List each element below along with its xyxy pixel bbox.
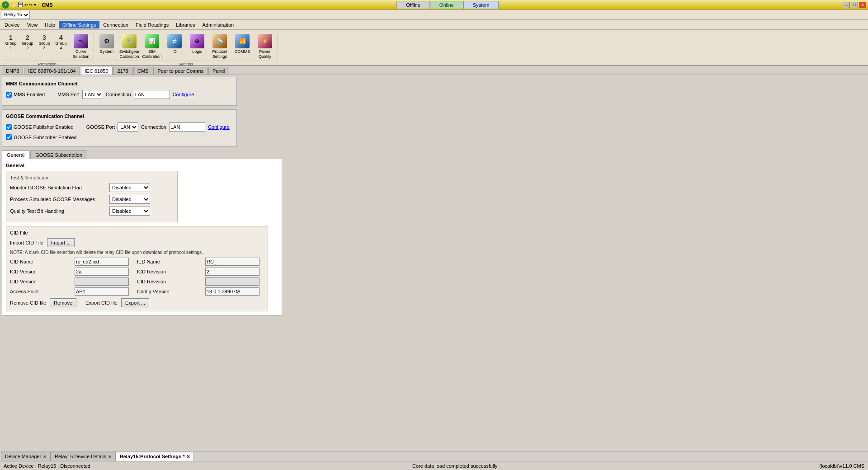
bottom-tab-protocol-settings-label: Relay15:Protocol Settings * (120, 454, 185, 459)
ribbon-settings: ⚙ System 🔧 Switchgear Calibration 📊 SIM … (94, 31, 278, 64)
io-icon: ⇄ (167, 34, 182, 48)
power-quality-button[interactable]: ⚡ Power Quality (254, 33, 276, 61)
tab-dnp3[interactable]: DNP3 (2, 67, 23, 75)
group2-number: 2 (26, 34, 29, 41)
mms-port-label: MMS Port (57, 92, 80, 97)
power-quality-label: Power Quality (255, 49, 274, 59)
tab-goose-subscription[interactable]: GOOSE Subscription (30, 150, 87, 159)
goose-publisher-checkbox[interactable] (6, 124, 12, 130)
curve-selection-button[interactable]: 〜 Curve Selection (70, 33, 92, 61)
group3-button[interactable]: 3 Group 3 (36, 33, 52, 52)
bottom-tab-protocol-settings-close[interactable]: ✕ (186, 454, 190, 459)
remove-cid-button[interactable]: Remove (50, 298, 76, 307)
menu-administration[interactable]: Administration (199, 21, 238, 28)
export-cid-button[interactable]: Export ... (121, 298, 149, 307)
menu-field-readings[interactable]: Field Readings (132, 21, 172, 28)
title-bar-left: ✓ 📁 💾 ↩ ↪ ▾ CMS (2, 1, 53, 9)
tab-offline[interactable]: Offline (396, 1, 430, 9)
app-title: CMS (42, 2, 52, 8)
group2-label: Group 2 (21, 41, 34, 50)
monitor-goose-select[interactable]: Disabled Enabled (109, 183, 150, 192)
goose-channel-box: GOOSE Communication Channel GOOSE Publis… (2, 109, 237, 147)
comms-label: COMMS (235, 49, 250, 54)
mms-connection-input[interactable] (134, 90, 170, 99)
tab-panel[interactable]: Panel (208, 67, 229, 75)
switchgear-calibration-button[interactable]: 🔧 Switchgear Calibration (118, 33, 140, 61)
cid-file-section: CID File Import CID File Import ... NOTE… (6, 226, 268, 311)
goose-connection-input[interactable] (169, 122, 205, 132)
logic-icon: ⊕ (190, 34, 204, 48)
menu-help[interactable]: Help (41, 21, 59, 28)
close-button[interactable]: ✕ (859, 2, 866, 8)
menu-view[interactable]: View (24, 21, 42, 28)
status-bar: Active Device : Relay15 : Disconnected C… (0, 461, 868, 470)
bottom-tab-device-manager[interactable]: Device Manager ✕ (1, 452, 51, 461)
process-simulated-row: Process Simulated GOOSE Messages Disable… (10, 195, 174, 204)
tab-2179[interactable]: 2179 (113, 67, 132, 75)
tab-peer-comms[interactable]: Peer to peer Comms (153, 67, 207, 75)
menu-device[interactable]: Device (1, 21, 24, 28)
goose-configure-link[interactable]: Configure (208, 124, 230, 130)
sim-calibration-button[interactable]: 📊 SIM Calibration (141, 33, 163, 61)
config-version-input[interactable] (205, 287, 259, 296)
ied-name-input[interactable] (205, 258, 259, 266)
system-button[interactable]: ⚙ System (96, 33, 118, 59)
bottom-tab-device-details-close[interactable]: ✕ (108, 454, 112, 459)
tab-cms[interactable]: CMS (133, 67, 152, 75)
status-right: (localdb)\v11.0 CMS (819, 463, 864, 469)
comms-icon: 📶 (235, 34, 250, 48)
bottom-tab-protocol-settings[interactable]: Relay15:Protocol Settings * ✕ (116, 452, 194, 461)
group1-number: 1 (9, 34, 13, 41)
export-cid-label: Export CID file (85, 300, 118, 306)
test-simulation-title: Test & Simulation (10, 175, 174, 180)
test-simulation-box: Test & Simulation Monitor GOOSE Simulati… (6, 171, 178, 222)
quality-test-select[interactable]: Disabled Enabled (109, 207, 150, 216)
tab-general[interactable]: General (2, 150, 29, 159)
switchgear-icon: 🔧 (122, 34, 137, 48)
cid-version-input[interactable] (75, 277, 129, 286)
tab-iec60870[interactable]: IEC 60870-5-101/104 (24, 67, 80, 75)
cid-note: NOTE: A blank CID file selection will de… (10, 250, 264, 255)
tab-iec61850[interactable]: IEC 61850 (81, 67, 113, 75)
title-bar: ✓ 📁 💾 ↩ ↪ ▾ CMS Offline Online System — … (0, 0, 868, 10)
group1-button[interactable]: 1 Group 1 (3, 33, 19, 52)
mms-port-select[interactable]: LAN (82, 90, 103, 99)
quality-test-label: Quality Test Bit Handling (10, 208, 109, 214)
goose-subscriber-row: GOOSE Subscriber Enabled (6, 134, 233, 140)
menu-libraries[interactable]: Libraries (172, 21, 198, 28)
mms-enabled-checkbox[interactable] (6, 92, 12, 98)
monitor-goose-row: Monitor GOOSE Simulation Flag Disabled E… (10, 183, 174, 192)
bottom-tab-device-details[interactable]: Relay15:Device Details ✕ (51, 452, 116, 461)
tab-online[interactable]: Online (430, 1, 463, 9)
goose-port-select[interactable]: LAN (118, 122, 138, 132)
comms-button[interactable]: 📶 COMMS (231, 33, 253, 59)
logic-button[interactable]: ⊕ Logic (186, 33, 208, 59)
access-point-input[interactable] (75, 287, 129, 296)
sim-icon: 📊 (145, 34, 159, 48)
minimize-button[interactable]: — (843, 2, 850, 8)
device-select[interactable]: Relay 15 (2, 11, 30, 19)
curve-selection-label: Curve Selection (71, 49, 90, 59)
ribbon-settings-content: ⚙ System 🔧 Switchgear Calibration 📊 SIM … (96, 31, 276, 61)
cid-name-input[interactable] (75, 258, 129, 266)
menu-connection[interactable]: Connection (99, 21, 132, 28)
group4-label: Group 4 (54, 41, 68, 50)
protocol-icon: 📡 (212, 34, 227, 48)
goose-subscriber-checkbox-group: GOOSE Subscriber Enabled (6, 134, 76, 140)
protocol-settings-button[interactable]: 📡 Protocol Settings (209, 33, 231, 61)
config-version-label: Config Version (137, 289, 202, 294)
menu-offline-settings[interactable]: Offline Settings (59, 21, 99, 28)
mms-configure-link[interactable]: Configure (173, 92, 194, 97)
maximize-button[interactable]: □ (851, 2, 858, 8)
icd-revision-input[interactable] (205, 268, 259, 276)
icd-version-input[interactable] (75, 268, 129, 276)
process-simulated-select[interactable]: Disabled Enabled (109, 195, 150, 204)
io-button[interactable]: ⇄ IO (164, 33, 185, 59)
bottom-tab-device-manager-close[interactable]: ✕ (43, 454, 47, 459)
import-cid-button[interactable]: Import ... (47, 238, 75, 247)
tab-system[interactable]: System (463, 1, 499, 9)
group4-button[interactable]: 4 Group 4 (53, 33, 69, 52)
goose-subscriber-checkbox[interactable] (6, 134, 12, 140)
group2-button[interactable]: 2 Group 2 (19, 33, 36, 52)
cid-revision-input[interactable] (205, 277, 259, 286)
